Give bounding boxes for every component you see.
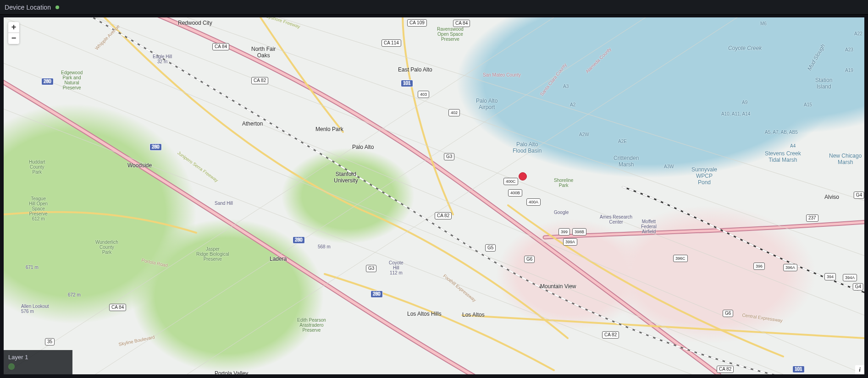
attribution-button[interactable]: i (855, 365, 864, 374)
zoom-out-button[interactable]: − (8, 33, 19, 44)
map-roads-layer (4, 17, 864, 374)
zoom-in-button[interactable]: + (8, 22, 19, 33)
panel-header[interactable]: Device Location (0, 0, 868, 15)
legend-swatch-icon (8, 363, 15, 370)
panel-title: Device Location (5, 4, 51, 11)
device-location-marker-icon[interactable] (519, 172, 527, 181)
map-viewport[interactable]: Redwood City North FairOaks Atherton Men… (4, 17, 864, 374)
legend-title: Layer 1 (8, 354, 68, 361)
map-legend[interactable]: Layer 1 (4, 350, 72, 374)
panel-root: Device Location (0, 0, 868, 378)
status-indicator-icon (55, 5, 59, 9)
zoom-control: + − (8, 22, 19, 44)
